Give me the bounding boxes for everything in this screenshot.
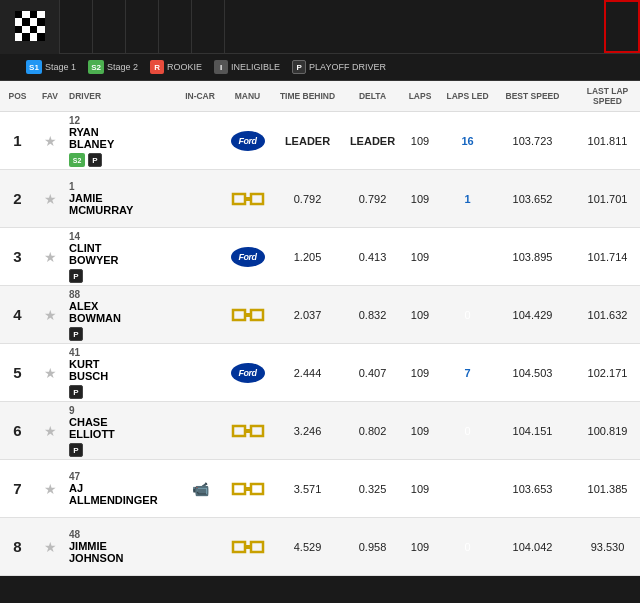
table-row[interactable]: 1 ★ 12 RYANBLANEY S2P Ford LEADER LEADER…	[0, 112, 640, 170]
table-row[interactable]: 4 ★ 88 ALEXBOWMAN P 2.037 0.832 109 0 10…	[0, 286, 640, 344]
driver-number: 12	[69, 115, 80, 126]
time-behind-cell: 2.444	[270, 367, 345, 379]
svg-marker-9	[233, 484, 245, 494]
star-icon: ★	[44, 191, 57, 207]
laps-cell: 109	[400, 135, 440, 147]
laps-cell: 109	[400, 193, 440, 205]
last-lap-cell: 100.819	[570, 425, 640, 437]
fav-cell: ★	[35, 539, 65, 555]
th-laps: LAPS	[400, 86, 440, 106]
best-speed-cell: 103.652	[495, 193, 570, 205]
table-header: POS FAV DRIVER IN-CAR MANU TIME BEHIND D…	[0, 81, 640, 112]
driver-badges: P	[69, 327, 83, 341]
svg-marker-3	[233, 310, 245, 320]
driver-info: 48 JIMMIEJOHNSON	[65, 529, 123, 565]
ford-logo: Ford	[231, 363, 265, 383]
star-icon: ★	[44, 307, 57, 323]
table-row[interactable]: 3 ★ 14 CLINTBOWYER P Ford 1.205 0.413 10…	[0, 228, 640, 286]
table-row[interactable]: 7 ★ 47 AJALLMENDINGER 📹 3.571 0.325 109 …	[0, 460, 640, 518]
checkered-cell	[22, 33, 30, 41]
th-manu: MANU	[225, 86, 270, 106]
last-lap-cell: 101.701	[570, 193, 640, 205]
driver-info: 41 KURTBUSCH P	[65, 347, 108, 399]
stage3-stat	[60, 0, 93, 53]
table-row[interactable]: 5 ★ 41 KURTBUSCH P Ford 2.444 0.407 109 …	[0, 344, 640, 402]
top-bar	[0, 0, 640, 54]
fastest-lap-stat	[126, 0, 159, 53]
playoff-driver-badge: P	[69, 269, 83, 283]
delta-cell: 0.325	[345, 483, 400, 495]
camera-icon: 📹	[192, 481, 209, 497]
chevy-logo	[231, 421, 265, 441]
checkered-grid	[15, 11, 45, 41]
s2-label: Stage 2	[107, 62, 138, 72]
star-icon: ★	[44, 365, 57, 381]
rookie-label: ROOKIE	[167, 62, 202, 72]
driver-info: 88 ALEXBOWMAN P	[65, 289, 121, 341]
best-speed-cell: 104.151	[495, 425, 570, 437]
svg-rect-2	[244, 197, 252, 201]
checkered-cell	[37, 18, 45, 26]
rookie-badge: R	[150, 60, 164, 74]
driver-name: AJALLMENDINGER	[69, 482, 158, 507]
ineligible-badge: I	[214, 60, 228, 74]
time-behind-cell: 2.037	[270, 309, 345, 321]
checkered-cell	[30, 33, 38, 41]
pos-cell: 1	[0, 132, 35, 149]
star-icon: ★	[44, 481, 57, 497]
svg-marker-13	[251, 542, 263, 552]
manu-cell	[225, 305, 270, 325]
time-behind-cell: 4.529	[270, 541, 345, 553]
driver-info: 47 AJALLMENDINGER	[65, 471, 158, 507]
driver-number: 41	[69, 347, 80, 358]
th-laps-led: LAPS LED	[440, 86, 495, 106]
star-icon: ★	[44, 133, 57, 149]
fav-cell: ★	[35, 423, 65, 439]
driver-cell: 47 AJALLMENDINGER	[65, 471, 175, 507]
pos-cell: 8	[0, 538, 35, 555]
key-item-ineligible: I INELIGIBLE	[214, 60, 280, 74]
playoff-driver-badge: P	[69, 327, 83, 341]
ineligible-label: INELIGIBLE	[231, 62, 280, 72]
laps-led-cell: 1	[440, 193, 495, 205]
key-item-s1: S1 Stage 1	[26, 60, 76, 74]
driver-badges: P	[69, 385, 83, 399]
table-row[interactable]: 6 ★ 9 CHASEELLIOTT P 3.246 0.802 109 0 1…	[0, 402, 640, 460]
driver-info: 1 JAMIEMCMURRAY	[65, 181, 133, 217]
fav-cell: ★	[35, 249, 65, 265]
table-body: 1 ★ 12 RYANBLANEY S2P Ford LEADER LEADER…	[0, 112, 640, 576]
s1-label: Stage 1	[45, 62, 76, 72]
best-speed-cell: 103.653	[495, 483, 570, 495]
time-behind-cell: 3.246	[270, 425, 345, 437]
svg-marker-7	[251, 426, 263, 436]
star-icon: ★	[44, 249, 57, 265]
checkered-cell	[37, 33, 45, 41]
time-behind-cell: LEADER	[270, 135, 345, 147]
last-lap-cell: 101.811	[570, 135, 640, 147]
s2-badge: S2	[88, 60, 104, 74]
driver-badges: S2P	[69, 153, 102, 167]
table-row[interactable]: 8 ★ 48 JIMMIEJOHNSON 4.529 0.958 109 0 1…	[0, 518, 640, 576]
th-incar: IN-CAR	[175, 86, 225, 106]
key-bar: S1 Stage 1 S2 Stage 2 R ROOKIE I INELIGI…	[0, 54, 640, 81]
driver-number: 88	[69, 289, 80, 300]
laps-cell: 109	[400, 309, 440, 321]
manu-cell: Ford	[225, 131, 270, 151]
driver-name: JIMMIEJOHNSON	[69, 540, 123, 565]
driver-cell: 12 RYANBLANEY S2P	[65, 115, 175, 167]
ford-logo: Ford	[231, 131, 265, 151]
pos-cell: 6	[0, 422, 35, 439]
driver-name: KURTBUSCH	[69, 358, 108, 383]
th-fav: FAV	[35, 86, 65, 106]
laps-led-cell: 0	[440, 251, 495, 263]
laps-led-cell: 7	[440, 367, 495, 379]
manu-cell	[225, 537, 270, 557]
svg-marker-6	[233, 426, 245, 436]
race-stat	[93, 0, 126, 53]
driver-name: CHASEELLIOTT	[69, 416, 115, 441]
table-row[interactable]: 2 ★ 1 JAMIEMCMURRAY 0.792 0.792 109 1 10…	[0, 170, 640, 228]
best-speed-cell: 104.042	[495, 541, 570, 553]
checkered-cell	[22, 18, 30, 26]
driver-badges: P	[69, 269, 83, 283]
svg-rect-14	[244, 545, 252, 549]
